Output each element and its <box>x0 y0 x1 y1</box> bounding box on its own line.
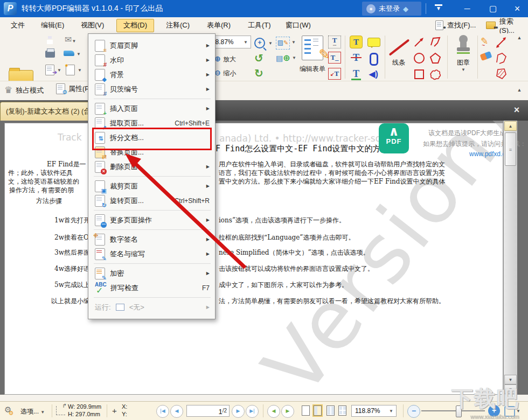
export-button[interactable]: ➜▼ <box>45 65 54 75</box>
grid-layout-button[interactable] <box>338 405 346 416</box>
statusbar-zoom-combobox[interactable]: 118.87%▼ <box>351 405 397 417</box>
body-line: 文，这给英语基础较差的 <box>8 177 79 186</box>
scan-button[interactable]: ▼ <box>64 47 74 56</box>
text-callout-tool-button[interactable]: ↙T <box>328 68 342 82</box>
options-gear-icon: ⚙⚙ <box>4 405 17 415</box>
polygon-tool-button[interactable] <box>429 52 442 65</box>
find-button[interactable]: ●● 查找(F)... <box>435 19 476 31</box>
menu-item-encrypt[interactable]: ✎加密▶ <box>89 266 214 281</box>
first-page-button[interactable]: |◀ <box>156 405 169 418</box>
menu-item-more-page-operations[interactable]: ⋯更多页面操作▶ <box>89 213 214 227</box>
vertical-scrollbar[interactable]: ▲ ≡ ▼ ▼ <box>503 121 517 395</box>
menu-item-crop-pages[interactable]: ▣裁剪页面▶ <box>89 179 214 193</box>
menu-file[interactable]: 文件 <box>4 19 31 31</box>
zoom-in-button-statusbar[interactable]: + <box>488 405 500 417</box>
scroll-page-down-button[interactable]: ▼ <box>504 384 517 394</box>
zoom-slider-handle[interactable] <box>456 405 462 417</box>
menu-item-insert-pages[interactable]: +插入页面▶ <box>89 101 214 116</box>
stamp-tool-button[interactable]: 图章 ▼ <box>451 34 475 80</box>
email-button[interactable]: ✉▼ <box>65 34 76 45</box>
line-tool-button[interactable]: 线条 <box>387 34 411 76</box>
fit-page-button[interactable] <box>504 406 515 417</box>
attach-file-button[interactable] <box>370 53 384 67</box>
page-number-input[interactable]: 1/2 <box>186 405 230 417</box>
menu-item-watermark[interactable]: #水印▶ <box>89 53 214 67</box>
menu-form[interactable]: 表单(R) <box>200 19 237 31</box>
zoom-out-button[interactable]: ⊖ 缩小 <box>214 68 236 78</box>
arrow-tool-button[interactable] <box>413 36 426 48</box>
eraser-tool-button[interactable] <box>481 53 491 59</box>
close-button[interactable]: × <box>505 0 528 17</box>
menu-item-spell-check[interactable]: ABC✓拼写检查F7 <box>89 281 214 295</box>
continuous-layout-button[interactable] <box>314 405 322 416</box>
login-button[interactable]: ● 未登录 ◆ <box>362 2 421 16</box>
undo-button[interactable]: ↺ <box>254 53 263 64</box>
strikeout-text-button[interactable]: T <box>349 52 363 66</box>
text-field-tool-button[interactable]: T▪▪▪ <box>328 36 342 50</box>
menu-tools[interactable]: 工具(T) <box>241 19 277 31</box>
magnifier-icon: + <box>254 38 265 48</box>
menu-item-delete-pages[interactable]: ×删除页面▶ <box>89 159 214 174</box>
menu-document[interactable]: 文档(D) <box>116 19 154 32</box>
circle-tool-button[interactable] <box>413 52 426 65</box>
cloud-tool-button[interactable] <box>429 68 442 81</box>
menu-item-background[interactable]: ◆背景▶ <box>89 67 214 82</box>
close-document-icon[interactable]: × <box>509 103 525 117</box>
exclusive-mode-button[interactable]: ♛ 独占模式 <box>4 85 44 96</box>
search-button[interactable]: ●● 搜索(S)... <box>486 19 528 31</box>
collapse-row-button[interactable]: ▲ <box>514 87 525 94</box>
rectangle-tool-button[interactable] <box>413 68 426 81</box>
next-page-button[interactable]: ▶ <box>232 405 245 418</box>
menu-item-bates-numbering[interactable]: #贝茨编号▶ <box>89 82 214 96</box>
maximize-button[interactable]: ▢ <box>481 0 505 17</box>
two-page-layout-button[interactable] <box>326 405 335 416</box>
fit-page-dropdown-icon[interactable]: ▼ <box>516 409 520 414</box>
menu-item-sign-initials[interactable]: ✎签名与缩写▶ <box>89 247 214 261</box>
polyline-tool-button[interactable] <box>429 36 442 48</box>
new-document-button[interactable]: ＊▼ <box>66 65 75 75</box>
bates-number-icon: # <box>95 83 105 95</box>
perimeter-tool-button[interactable] <box>495 52 508 68</box>
options-button[interactable]: 选项... ▼ <box>20 407 45 416</box>
scroll-up-button[interactable]: ▲ <box>504 121 517 131</box>
zoom-slider-track[interactable] <box>421 410 485 411</box>
vertical-scroll-thumb[interactable]: ≡ <box>505 132 516 166</box>
zoom-in-button[interactable]: ⊕ 放大 <box>214 54 236 64</box>
previous-page-button[interactable]: ◀ <box>170 405 183 418</box>
measure-tool-button[interactable] <box>495 36 508 52</box>
collapse-panel-button[interactable]: ▲ <box>514 34 525 41</box>
menu-window[interactable]: 窗口(W) <box>279 19 317 31</box>
zoom-out-button-statusbar[interactable]: − <box>407 405 420 418</box>
print-icon <box>45 51 55 58</box>
edit-object-button[interactable]: ▨✎ ▼ <box>276 37 290 50</box>
menu-item-rotate-pages[interactable]: ↻旋转页面...Ctrl+Shift+R <box>89 193 214 208</box>
add-image-text-button[interactable]: ▤⊕ ▼ <box>276 53 290 63</box>
zoom-tool-button[interactable]: + ▼ <box>254 38 265 48</box>
menu-comment[interactable]: 注释(C) <box>159 19 196 31</box>
menu-edit[interactable]: 编辑(E) <box>34 19 71 31</box>
polyline-icon <box>429 36 442 48</box>
collapse-toolbar-button[interactable]: ▼ <box>431 4 446 13</box>
last-page-button[interactable]: ▶| <box>246 405 259 418</box>
zoom-combo-dropdown-icon: ▼ <box>244 37 248 48</box>
menu-view[interactable]: 视图(V) <box>74 19 110 31</box>
underline-text-button[interactable]: T <box>349 68 363 82</box>
history-back-button[interactable]: ◀ <box>267 405 280 418</box>
scroll-down-button[interactable]: ▼ <box>504 375 517 384</box>
image-text-icon: ▤ <box>276 54 283 62</box>
highlight-text-button[interactable]: T <box>349 36 363 50</box>
pencil-tool-button[interactable]: ✎~ <box>481 36 491 47</box>
edit-form-button[interactable]: ✎ 编辑表单 <box>297 34 328 76</box>
menu-item-digital-signature[interactable]: ❉数字签名▶ <box>89 232 214 247</box>
print-button[interactable] <box>45 48 55 58</box>
redo-button[interactable]: ↻ <box>254 68 263 79</box>
menu-item-run[interactable]: 运行:<无>▶ <box>89 300 214 314</box>
stamp-icon <box>454 34 473 56</box>
cursor-y-readout: Y: <box>122 411 127 417</box>
history-forward-button[interactable]: ▶ <box>281 405 294 418</box>
menu-item-header-footer[interactable]: ≡页眉页脚▶ <box>89 38 214 53</box>
single-page-layout-button[interactable] <box>302 405 310 416</box>
text-box-tool-button[interactable]: T_ <box>328 52 342 66</box>
sticky-note-button[interactable] <box>367 38 381 52</box>
minimize-button[interactable]: ─ <box>455 0 479 17</box>
